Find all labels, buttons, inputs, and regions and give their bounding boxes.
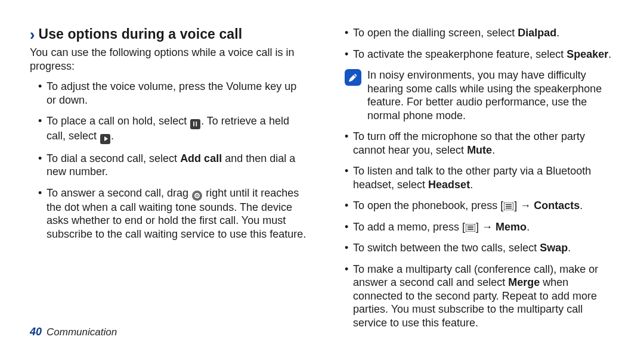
- note-callout: In noisy environments, you may have diff…: [345, 68, 614, 122]
- page-footer: 40 Communication: [30, 326, 117, 338]
- bold-term: Speaker: [566, 48, 608, 60]
- heading-text: Use options during a voice call: [38, 26, 242, 42]
- list-item: To turn off the microphone so that the o…: [345, 130, 614, 157]
- list-item: To activate the speakerphone feature, se…: [345, 48, 614, 61]
- list-item: To open the phonebook, press [] → Contac…: [345, 199, 614, 213]
- list-item: To add a memo, press [] → Memo.: [345, 220, 614, 234]
- hold-icon: II: [190, 119, 200, 129]
- intro-text: You can use the following options while …: [30, 46, 308, 73]
- bold-term: Headset: [428, 179, 470, 191]
- menu-key-icon: [465, 224, 476, 232]
- note-icon: [345, 69, 361, 86]
- section-heading: › Use options during a voice call: [30, 26, 308, 42]
- page-number: 40: [30, 326, 42, 338]
- list-item: To adjust the voice volume, press the Vo…: [38, 80, 308, 107]
- bold-term: Mute: [467, 144, 492, 156]
- resume-icon: [100, 134, 110, 144]
- answer-icon: [192, 191, 202, 201]
- right-bullet-list-bottom: To turn off the microphone so that the o…: [336, 130, 614, 329]
- bold-term: Add call: [180, 152, 222, 164]
- chevron-icon: ›: [30, 27, 35, 42]
- left-column: › Use options during a voice call You ca…: [30, 26, 308, 337]
- manual-page: › Use options during a voice call You ca…: [0, 0, 644, 337]
- bold-term: Swap: [540, 242, 568, 254]
- list-item: To answer a second call, drag right unti…: [38, 186, 308, 241]
- section-name: Communication: [47, 326, 117, 338]
- bold-term: Dialpad: [518, 27, 556, 39]
- list-item: To switch between the two calls, select …: [345, 241, 614, 255]
- list-item: To make a multiparty call (conference ca…: [345, 263, 614, 330]
- bold-term: Memo: [496, 221, 527, 233]
- list-item: To open the dialling screen, select Dial…: [345, 26, 614, 40]
- right-bullet-list-top: To open the dialling screen, select Dial…: [336, 26, 614, 61]
- right-column: To open the dialling screen, select Dial…: [336, 26, 614, 337]
- list-item: To place a call on hold, select II. To r…: [38, 114, 308, 144]
- menu-key-icon: [503, 202, 514, 210]
- bold-term: Merge: [508, 276, 540, 288]
- list-item: To dial a second call, select Add call a…: [38, 152, 308, 179]
- note-text: In noisy environments, you may have diff…: [367, 68, 614, 122]
- list-item: To listen and talk to the other party vi…: [345, 164, 614, 191]
- left-bullet-list: To adjust the voice volume, press the Vo…: [30, 80, 308, 241]
- bold-term: Contacts: [534, 200, 580, 211]
